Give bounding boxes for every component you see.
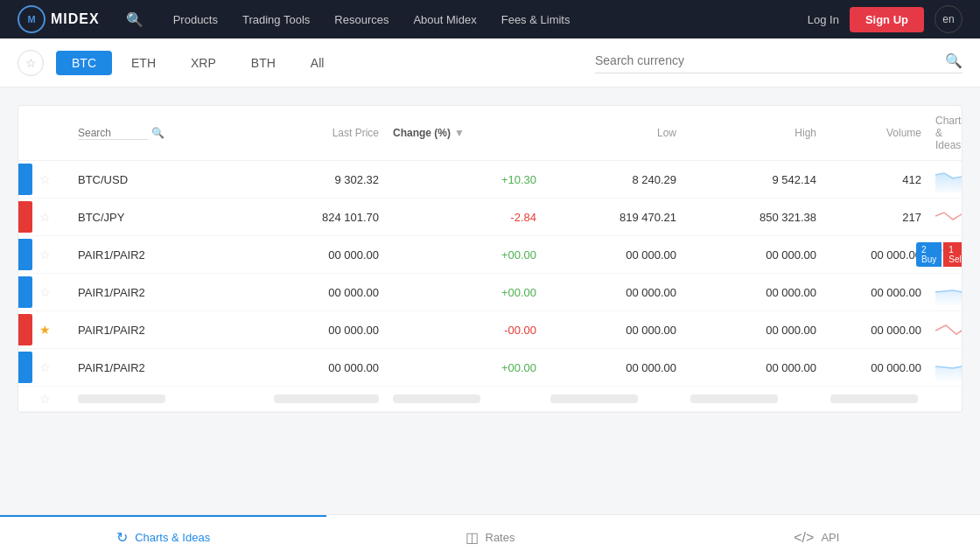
login-button[interactable]: Log In [808, 13, 839, 26]
high-value: 00 000.00 [683, 324, 823, 337]
loading-price [211, 394, 386, 403]
mini-chart [935, 166, 962, 192]
table-row: ☆ PAIR1/PAIR2 00 000.00 +00.00 00 000.00… [18, 274, 962, 311]
mini-chart [935, 279, 962, 305]
currency-search-icon: 🔍 [945, 52, 962, 69]
header-charts-ideas: Charts & Ideas [928, 115, 962, 151]
mini-chart [935, 204, 962, 230]
pair-name[interactable]: PAIR1/PAIR2 [71, 248, 211, 262]
header-high: High [683, 127, 823, 139]
last-price: 9 302.32 [211, 173, 386, 186]
sort-icon: ▼ [454, 127, 465, 139]
tab-xrp[interactable]: XRP [175, 51, 232, 75]
low-value: 00 000.00 [543, 324, 683, 337]
chart-cell [928, 354, 962, 380]
loading-change [386, 394, 543, 403]
volume-value: 412 [823, 173, 928, 186]
logo[interactable]: M MIDEX [18, 5, 100, 33]
loading-bar [78, 394, 165, 403]
currency-tabs: BTC ETH XRP BTH All [56, 51, 343, 75]
table-row: ☆ PAIR1/PAIR2 00 000.00 +00.00 00 000.00… [18, 349, 962, 387]
loading-high [683, 394, 823, 403]
loading-bar [830, 394, 918, 403]
star-icon[interactable]: ★ [39, 323, 51, 337]
header-low: Low [543, 127, 683, 139]
mini-chart [935, 354, 962, 380]
tab-all[interactable]: All [295, 51, 340, 75]
tab-bth[interactable]: BTH [235, 51, 291, 75]
loading-bar [393, 394, 480, 403]
change-value: -2.84 [386, 211, 543, 224]
row-indicator [18, 352, 32, 383]
nav-trading-tools[interactable]: Trading Tools [230, 0, 322, 38]
tab-eth[interactable]: ETH [116, 51, 172, 75]
row-indicator [18, 164, 32, 195]
volume-value: 00 000.00 [823, 286, 928, 299]
high-value: 00 000.00 [683, 361, 823, 374]
nav-search-icon[interactable]: 🔍 [126, 11, 144, 28]
last-price: 00 000.00 [211, 248, 386, 262]
row-indicator [18, 276, 32, 308]
mini-chart [935, 317, 962, 343]
star-icon[interactable]: ☆ [39, 210, 51, 224]
chart-cell: 💡 [928, 166, 962, 192]
header-change[interactable]: Change (%) ▼ [386, 127, 543, 139]
pair-name[interactable]: BTC/USD [71, 173, 211, 186]
signup-button[interactable]: Sign Up [850, 7, 924, 32]
header-search[interactable]: 🔍 [71, 127, 211, 140]
star-icon[interactable]: ☆ [39, 392, 51, 406]
last-price: 00 000.00 [211, 361, 386, 374]
header-volume: Volume [823, 127, 928, 139]
table-header: 🔍 Last Price Change (%) ▼ Low High Volum… [18, 106, 962, 161]
currency-search-input[interactable] [595, 53, 945, 67]
language-selector[interactable]: en [934, 5, 962, 33]
low-value: 00 000.00 [543, 361, 683, 374]
star-icon[interactable]: ☆ [39, 285, 51, 299]
last-price: 00 000.00 [211, 324, 386, 337]
pair-search-input[interactable] [78, 127, 148, 140]
pair-name[interactable]: PAIR1/PAIR2 [71, 361, 211, 374]
table-row: ★ PAIR1/PAIR2 00 000.00 -00.00 00 000.00… [18, 311, 962, 349]
loading-volume [823, 394, 928, 403]
volume-value: 00 000.00 [823, 324, 928, 337]
loading-bar [550, 394, 638, 403]
navbar: M MIDEX 🔍 Products Trading Tools Resourc… [0, 0, 980, 38]
nav-links: Products Trading Tools Resources About M… [161, 0, 583, 38]
chart-cell: 💡 [928, 204, 962, 230]
loading-pair [71, 394, 211, 403]
nav-about[interactable]: About Midex [401, 0, 488, 38]
logo-icon: M [18, 5, 46, 33]
star-icon[interactable]: ☆ [39, 248, 51, 262]
volume-value: 00 000.00 [823, 361, 928, 374]
high-value: 850 321.38 [683, 211, 823, 224]
change-value: -00.00 [386, 324, 543, 337]
tooltip-badge: 2 Buy 1 Sell [916, 242, 962, 267]
favorites-button[interactable]: ☆ [18, 50, 44, 76]
nav-fees[interactable]: Fees & Limits [489, 0, 583, 38]
pair-name[interactable]: PAIR1/PAIR2 [71, 324, 211, 337]
pair-search-icon: 🔍 [151, 127, 164, 139]
chart-cell: 2 Buy 1 Sell [928, 241, 962, 268]
logo-text: MIDEX [51, 11, 100, 27]
table-row: ☆ BTC/JPY 824 101.70 -2.84 819 470.21 85… [18, 199, 962, 236]
nav-right: Log In Sign Up en [808, 5, 962, 33]
pair-name[interactable]: BTC/JPY [71, 211, 211, 224]
row-indicator [18, 314, 32, 345]
star-icon[interactable]: ☆ [39, 360, 51, 374]
volume-value: 00 000.00 [823, 248, 928, 262]
star-icon[interactable]: ☆ [39, 172, 51, 186]
table-row: ☆ PAIR1/PAIR2 00 000.00 +00.00 00 000.00… [18, 236, 962, 274]
nav-resources[interactable]: Resources [322, 0, 401, 38]
high-value: 00 000.00 [683, 248, 823, 262]
tab-btc[interactable]: BTC [56, 51, 112, 75]
last-price: 00 000.00 [211, 286, 386, 299]
pair-name[interactable]: PAIR1/PAIR2 [71, 286, 211, 299]
currency-search[interactable]: 🔍 [595, 52, 962, 73]
nav-products[interactable]: Products [161, 0, 230, 38]
chart-cell [928, 279, 962, 305]
change-value: +00.00 [386, 248, 543, 262]
low-value: 00 000.00 [543, 286, 683, 299]
high-value: 9 542.14 [683, 173, 823, 186]
row-indicator [18, 201, 32, 233]
sell-badge: 1 Sell [943, 242, 962, 267]
